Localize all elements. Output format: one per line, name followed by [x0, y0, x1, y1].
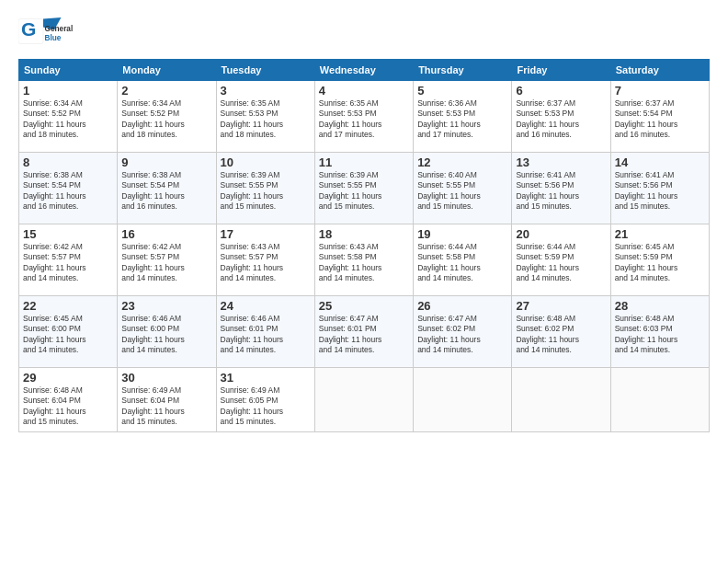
day-number: 10: [221, 155, 311, 169]
calendar-header-row: Sunday Monday Tuesday Wednesday Thursday…: [19, 60, 710, 81]
svg-text:G: G: [21, 18, 36, 40]
col-monday: Monday: [118, 60, 216, 81]
day-info: Sunrise: 6:45 AMSunset: 5:59 PMDaylight:…: [615, 242, 705, 284]
day-22: 22Sunrise: 6:45 AMSunset: 6:00 PMDayligh…: [19, 296, 118, 368]
day-info: Sunrise: 6:34 AMSunset: 5:52 PMDaylight:…: [121, 98, 211, 141]
day-info: Sunrise: 6:34 AMSunset: 5:52 PMDaylight:…: [23, 98, 113, 141]
day-number: 3: [221, 84, 311, 98]
page: G General Blue Sunday Monday Tuesday Wed…: [0, 0, 728, 563]
day-info: Sunrise: 6:41 AMSunset: 5:56 PMDaylight:…: [615, 170, 705, 213]
day-info: Sunrise: 6:49 AMSunset: 6:05 PMDaylight:…: [221, 385, 311, 428]
day-number: 5: [417, 84, 507, 98]
day-11: 11Sunrise: 6:39 AMSunset: 5:55 PMDayligh…: [314, 153, 413, 224]
day-info: Sunrise: 6:37 AMSunset: 5:53 PMDaylight:…: [516, 98, 606, 141]
day-19: 19Sunrise: 6:44 AMSunset: 5:58 PMDayligh…: [414, 224, 512, 296]
day-info: Sunrise: 6:47 AMSunset: 6:02 PMDaylight:…: [417, 314, 507, 356]
day-empty: [414, 368, 512, 432]
day-number: 12: [417, 155, 507, 169]
calendar-row-1: 1Sunrise: 6:34 AMSunset: 5:52 PMDaylight…: [19, 81, 710, 153]
day-29: 29Sunrise: 6:48 AMSunset: 6:04 PMDayligh…: [19, 368, 118, 432]
day-info: Sunrise: 6:43 AMSunset: 5:58 PMDaylight:…: [319, 242, 409, 284]
day-number: 9: [121, 155, 211, 169]
day-info: Sunrise: 6:44 AMSunset: 5:58 PMDaylight:…: [417, 242, 507, 284]
day-number: 28: [615, 299, 705, 313]
day-number: 30: [121, 371, 211, 385]
day-25: 25Sunrise: 6:47 AMSunset: 6:01 PMDayligh…: [314, 296, 413, 368]
day-30: 30Sunrise: 6:49 AMSunset: 6:04 PMDayligh…: [118, 368, 216, 432]
day-28: 28Sunrise: 6:48 AMSunset: 6:03 PMDayligh…: [610, 296, 709, 368]
day-7: 7Sunrise: 6:37 AMSunset: 5:54 PMDaylight…: [610, 81, 709, 153]
day-6: 6Sunrise: 6:37 AMSunset: 5:53 PMDaylight…: [512, 81, 610, 153]
day-number: 8: [23, 155, 113, 169]
day-16: 16Sunrise: 6:42 AMSunset: 5:57 PMDayligh…: [118, 224, 216, 296]
day-number: 2: [121, 84, 211, 98]
calendar-row-5: 29Sunrise: 6:48 AMSunset: 6:04 PMDayligh…: [19, 368, 710, 432]
day-number: 26: [417, 299, 507, 313]
day-info: Sunrise: 6:41 AMSunset: 5:56 PMDaylight:…: [516, 170, 606, 213]
day-number: 19: [417, 227, 507, 241]
day-number: 31: [221, 371, 311, 385]
day-number: 27: [516, 299, 606, 313]
svg-text:General: General: [45, 25, 74, 33]
day-number: 21: [615, 227, 705, 241]
calendar-row-2: 8Sunrise: 6:38 AMSunset: 5:54 PMDaylight…: [19, 153, 710, 224]
day-9: 9Sunrise: 6:38 AMSunset: 5:54 PMDaylight…: [118, 153, 216, 224]
day-info: Sunrise: 6:37 AMSunset: 5:54 PMDaylight:…: [615, 98, 705, 141]
day-info: Sunrise: 6:36 AMSunset: 5:53 PMDaylight:…: [417, 98, 507, 141]
header: G General Blue: [18, 15, 710, 48]
col-saturday: Saturday: [610, 60, 709, 81]
day-10: 10Sunrise: 6:39 AMSunset: 5:55 PMDayligh…: [216, 153, 314, 224]
day-number: 20: [516, 227, 606, 241]
day-3: 3Sunrise: 6:35 AMSunset: 5:53 PMDaylight…: [216, 81, 314, 153]
day-info: Sunrise: 6:43 AMSunset: 5:57 PMDaylight:…: [221, 242, 311, 284]
day-info: Sunrise: 6:44 AMSunset: 5:59 PMDaylight:…: [516, 242, 606, 284]
day-info: Sunrise: 6:47 AMSunset: 6:01 PMDaylight:…: [319, 314, 409, 356]
day-8: 8Sunrise: 6:38 AMSunset: 5:54 PMDaylight…: [19, 153, 118, 224]
calendar: Sunday Monday Tuesday Wednesday Thursday…: [18, 59, 710, 432]
day-number: 13: [516, 155, 606, 169]
day-number: 16: [121, 227, 211, 241]
day-info: Sunrise: 6:46 AMSunset: 6:01 PMDaylight:…: [221, 314, 311, 356]
calendar-row-4: 22Sunrise: 6:45 AMSunset: 6:00 PMDayligh…: [19, 296, 710, 368]
day-info: Sunrise: 6:48 AMSunset: 6:03 PMDaylight:…: [615, 314, 705, 356]
col-thursday: Thursday: [414, 60, 512, 81]
logo: G General Blue: [18, 15, 74, 48]
day-info: Sunrise: 6:38 AMSunset: 5:54 PMDaylight:…: [121, 170, 211, 213]
day-26: 26Sunrise: 6:47 AMSunset: 6:02 PMDayligh…: [414, 296, 512, 368]
day-number: 7: [615, 84, 705, 98]
day-number: 4: [319, 84, 409, 98]
day-number: 18: [319, 227, 409, 241]
day-info: Sunrise: 6:42 AMSunset: 5:57 PMDaylight:…: [23, 242, 113, 284]
day-24: 24Sunrise: 6:46 AMSunset: 6:01 PMDayligh…: [216, 296, 314, 368]
day-number: 25: [319, 299, 409, 313]
day-15: 15Sunrise: 6:42 AMSunset: 5:57 PMDayligh…: [19, 224, 118, 296]
day-2: 2Sunrise: 6:34 AMSunset: 5:52 PMDaylight…: [118, 81, 216, 153]
day-number: 11: [319, 155, 409, 169]
calendar-row-3: 15Sunrise: 6:42 AMSunset: 5:57 PMDayligh…: [19, 224, 710, 296]
day-23: 23Sunrise: 6:46 AMSunset: 6:00 PMDayligh…: [118, 296, 216, 368]
day-info: Sunrise: 6:39 AMSunset: 5:55 PMDaylight:…: [319, 170, 409, 213]
day-number: 23: [121, 299, 211, 313]
day-info: Sunrise: 6:48 AMSunset: 6:02 PMDaylight:…: [516, 314, 606, 356]
day-17: 17Sunrise: 6:43 AMSunset: 5:57 PMDayligh…: [216, 224, 314, 296]
col-sunday: Sunday: [19, 60, 118, 81]
day-info: Sunrise: 6:40 AMSunset: 5:55 PMDaylight:…: [417, 170, 507, 213]
svg-text:Blue: Blue: [45, 34, 62, 42]
day-empty: [512, 368, 610, 432]
day-14: 14Sunrise: 6:41 AMSunset: 5:56 PMDayligh…: [610, 153, 709, 224]
general-blue-logo: G General Blue: [18, 15, 74, 48]
day-info: Sunrise: 6:45 AMSunset: 6:00 PMDaylight:…: [23, 314, 113, 356]
day-18: 18Sunrise: 6:43 AMSunset: 5:58 PMDayligh…: [314, 224, 413, 296]
day-5: 5Sunrise: 6:36 AMSunset: 5:53 PMDaylight…: [414, 81, 512, 153]
day-number: 17: [221, 227, 311, 241]
day-info: Sunrise: 6:35 AMSunset: 5:53 PMDaylight:…: [221, 98, 311, 141]
col-tuesday: Tuesday: [216, 60, 314, 81]
col-wednesday: Wednesday: [314, 60, 413, 81]
day-info: Sunrise: 6:39 AMSunset: 5:55 PMDaylight:…: [221, 170, 311, 213]
day-empty: [314, 368, 413, 432]
day-number: 1: [23, 84, 113, 98]
day-info: Sunrise: 6:38 AMSunset: 5:54 PMDaylight:…: [23, 170, 113, 213]
day-21: 21Sunrise: 6:45 AMSunset: 5:59 PMDayligh…: [610, 224, 709, 296]
day-info: Sunrise: 6:42 AMSunset: 5:57 PMDaylight:…: [121, 242, 211, 284]
day-number: 14: [615, 155, 705, 169]
